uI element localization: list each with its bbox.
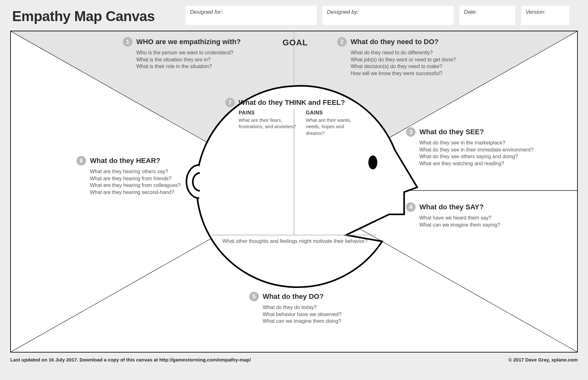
section-say: 4 What do they SAY? What have we heard t… [406, 202, 560, 228]
title-who: WHO are we empathizing with? [136, 38, 241, 46]
footer-right: © 2017 Dave Gray, xplane.com [508, 357, 578, 362]
badge-4: 4 [406, 202, 416, 212]
title-hear: What do they HEAR? [90, 157, 160, 165]
section-hear: 6 What do they HEAR? What are they heari… [76, 156, 204, 196]
who-q1: Who is the person we want to understand? [136, 49, 276, 56]
see-q4: What are they watching and reading? [419, 160, 566, 167]
see-q1: What do they see in the marketplace? [419, 139, 566, 146]
badge-3: 3 [406, 127, 416, 137]
badge-2: 2 [337, 37, 347, 47]
canvas-wrap: Empathy Map Canvas Designed for: Designe… [0, 0, 588, 380]
header-fields: Designed for: Designed by: Date: Version… [186, 6, 575, 25]
see-q2: What do they see in their immediate envi… [419, 146, 566, 153]
hear-q3: What are they hearing from colleagues? [90, 182, 204, 189]
think-feel-center-q: What other thoughts and feelings might m… [212, 238, 378, 244]
gains-col: GAINS What are their wants, needs, hopes… [306, 110, 363, 136]
diagram-stage: GOAL 1 WHO are we empathizing with? Who … [10, 31, 578, 353]
title-see: What do they SEE? [419, 128, 484, 136]
hear-q4: What are they hearing second-hand? [90, 189, 204, 196]
who-q2: What is the situation they are in? [136, 56, 276, 63]
needdo-q4: How will we know they were successful? [351, 70, 491, 77]
hear-q1: What are they hearing others say? [90, 168, 204, 175]
section-see: 3 What do they SEE? What do they see in … [406, 127, 566, 167]
badge-5: 5 [249, 292, 259, 301]
see-q3: What do they see others saying and doing… [419, 153, 566, 160]
pains-label: PAINS [239, 110, 296, 116]
designed-by-field[interactable]: Designed by: [322, 6, 454, 25]
title-do: What do they DO? [263, 292, 324, 301]
section-do: 5 What do they DO? What do they do today… [249, 292, 377, 325]
page-title: Empathy Map Canvas [12, 8, 155, 24]
gains-q: What are their wants, needs, hopes and d… [306, 117, 363, 136]
designed-for-field[interactable]: Designed for: [186, 6, 317, 25]
say-q2: What can we imagine them saying? [419, 221, 560, 229]
section-who: 1 WHO are we empathizing with? Who is th… [123, 37, 276, 70]
pains-col: PAINS What are their fears, frustrations… [239, 110, 296, 136]
gains-label: GAINS [306, 110, 363, 116]
needdo-q3: What decision(s) do they need to make? [351, 63, 491, 70]
do-q3: What can we imagine them doing? [263, 318, 377, 325]
svg-point-5 [368, 155, 377, 169]
section-need-do: 2 What do they need to DO? What do they … [337, 37, 491, 77]
say-q1: What have we heard them say? [419, 214, 560, 221]
goal-label: GOAL [282, 38, 308, 48]
badge-7: 7 [225, 98, 235, 107]
pains-q: What are their fears, frustrations, and … [239, 117, 296, 130]
hear-q2: What are they hearing from friends? [90, 175, 204, 182]
footer-left: Last updated on 16 July 2017. Download a… [10, 357, 251, 362]
who-q3: What is their role in the situation? [136, 63, 276, 70]
do-q1: What do they do today? [263, 304, 377, 311]
section-think-feel: 7 What do they THINK and FEEL? PAINS Wha… [225, 98, 372, 136]
needdo-q2: What job(s) do they want or need to get … [351, 56, 491, 63]
title-need-do: What do they need to DO? [351, 38, 439, 46]
title-say: What do they SAY? [419, 203, 484, 211]
badge-6: 6 [76, 156, 86, 166]
do-q2: What behavior have we observed? [263, 311, 377, 318]
badge-1: 1 [123, 37, 132, 47]
date-field[interactable]: Date: [459, 6, 515, 25]
version-field[interactable]: Version: [521, 6, 569, 25]
title-think-feel: What do they THINK and FEEL? [239, 98, 345, 107]
needdo-q1: What do they need to do differently? [351, 49, 491, 56]
